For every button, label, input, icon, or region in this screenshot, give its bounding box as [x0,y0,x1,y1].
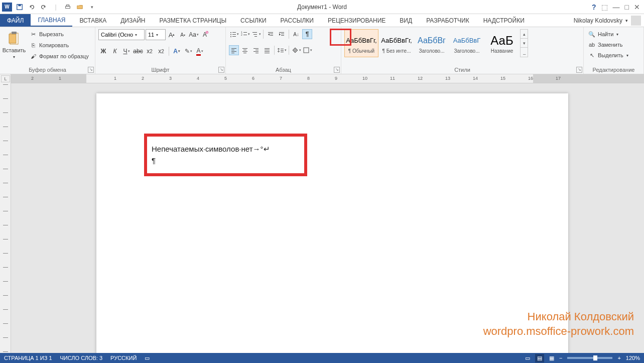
gallery-more-icon[interactable]: ⎯ [521,48,528,57]
zoom-in-icon[interactable]: + [617,355,620,361]
style-heading1[interactable]: АаБбВгЗаголово... [415,29,449,57]
tab-view[interactable]: ВИД [393,14,419,27]
view-web-icon[interactable]: ▦ [549,355,554,361]
help-icon[interactable]: ? [592,3,596,11]
sort-button[interactable]: A↓ [291,29,301,39]
macro-record-icon[interactable]: ▭ [145,355,150,361]
cursor-icon: ↖ [588,51,596,59]
justify-button[interactable] [262,45,272,55]
increase-indent-button[interactable] [277,29,287,39]
tab-developer[interactable]: РАЗРАБОТЧИК [419,14,476,27]
shrink-font-button[interactable]: A▾ [178,30,188,40]
svg-text:2: 2 [241,33,242,36]
svg-rect-23 [279,32,284,33]
find-button[interactable]: 🔍Найти ▾ [587,29,629,39]
quick-print-icon[interactable] [62,2,73,13]
vertical-ruler[interactable] [0,74,11,353]
font-dialog-launcher[interactable]: ↘ [218,67,224,73]
status-page[interactable]: СТРАНИЦА 1 ИЗ 1 [4,355,52,361]
redo-icon[interactable] [38,2,49,13]
svg-rect-2 [66,6,70,8]
cut-button[interactable]: ✂Вырезать [28,29,90,39]
grow-font-button[interactable]: A▴ [167,30,177,40]
bold-button[interactable]: Ж [98,46,108,56]
align-right-button[interactable] [251,45,261,55]
ruler-corner[interactable]: L [1,75,10,82]
zoom-value[interactable]: 120% [626,355,640,361]
group-clipboard: Вставить▾ ✂Вырезать ⎘Копировать 🖌Формат … [0,27,95,74]
tab-home[interactable]: ГЛАВНАЯ [31,14,72,27]
text-effects-button[interactable]: A [172,46,182,56]
font-name-combo[interactable]: Calibri (Осно▾ [98,29,145,40]
avatar[interactable] [631,16,641,26]
style-title[interactable]: АаБНазвание [485,29,519,57]
zoom-out-icon[interactable]: − [559,355,562,361]
change-case-button[interactable]: Aa [189,30,199,40]
tab-insert[interactable]: ВСТАВКА [72,14,113,27]
tab-review[interactable]: РЕЦЕНЗИРОВАНИЕ [321,14,393,27]
decrease-indent-button[interactable] [266,29,276,39]
user-area[interactable]: Nikolay Koldovsky ▾ [574,14,644,27]
gallery-up-icon[interactable]: ▴ [521,30,528,39]
bullets-button[interactable] [229,29,239,39]
tab-file[interactable]: ФАЙЛ [0,14,31,27]
superscript-button[interactable]: x2 [156,46,166,56]
maximize-icon[interactable]: □ [625,3,629,11]
status-language[interactable]: РУССКИЙ [110,355,137,361]
open-icon[interactable] [74,2,85,13]
svg-rect-14 [243,32,247,33]
minimize-icon[interactable]: — [613,3,620,11]
document-scroll[interactable]: Непечатаемых·символов·нет→°↵ ¶ Николай К… [11,83,644,353]
shading-button[interactable] [291,45,301,55]
page[interactable]: Непечатаемых·символов·нет→°↵ ¶ [96,93,568,353]
align-center-button[interactable] [240,45,250,55]
tab-addins[interactable]: НАДСТРОЙКИ [476,14,532,27]
strikethrough-button[interactable]: abc [133,46,143,56]
clipboard-dialog-launcher[interactable]: ↘ [88,67,94,73]
paragraph-dialog-launcher[interactable]: ↘ [334,67,340,73]
font-color-button[interactable]: A [195,46,205,56]
undo-icon[interactable] [26,2,37,13]
clear-formatting-button[interactable]: A⊘ [200,30,210,40]
qat-more-icon[interactable]: ▾ [86,2,97,13]
close-icon[interactable]: ✕ [634,3,640,11]
format-painter-button[interactable]: 🖌Формат по образцу [28,51,90,61]
view-print-icon[interactable]: ▤ [535,354,544,362]
show-paragraph-marks-button[interactable]: ¶ [302,29,312,39]
select-button[interactable]: ↖Выделить ▾ [587,50,629,60]
tab-mailings[interactable]: РАССЫЛКИ [274,14,321,27]
line-spacing-button[interactable] [277,45,287,55]
style-heading2[interactable]: АаБбВвГЗаголово... [450,29,484,57]
highlight-button[interactable]: ✎ [183,46,193,56]
view-read-icon[interactable]: ▭ [525,355,530,361]
zoom-slider[interactable] [567,357,612,359]
save-icon[interactable] [14,2,25,13]
subscript-button[interactable]: x2 [145,46,155,56]
gallery-down-icon[interactable]: ▾ [521,39,528,48]
style-no-spacing[interactable]: АаБбВвГг,¶ Без инте... [379,29,414,57]
ribbon-display-icon[interactable]: ⬚ [601,3,608,11]
styles-dialog-launcher[interactable]: ↘ [576,67,582,73]
align-left-button[interactable] [229,45,239,55]
status-words[interactable]: ЧИСЛО СЛОВ: 3 [60,355,103,361]
svg-rect-30 [242,48,247,49]
replace-button[interactable]: abЗаменить [587,40,629,50]
svg-rect-16 [243,35,247,35]
copy-button[interactable]: ⎘Копировать [28,40,90,50]
italic-button[interactable]: К [110,46,120,56]
horizontal-ruler[interactable]: 211234567891011121314151617 [11,74,644,83]
tab-design[interactable]: ДИЗАЙН [113,14,152,27]
svg-rect-33 [243,53,246,53]
numbering-button[interactable]: 12 [240,29,250,39]
multilevel-list-button[interactable] [251,29,261,39]
svg-rect-17 [252,32,257,33]
underline-button[interactable]: Ч [121,46,132,56]
tab-layout[interactable]: РАЗМЕТКА СТРАНИЦЫ [153,14,234,27]
paste-button[interactable]: Вставить▾ [3,29,25,60]
style-normal[interactable]: АаБбВвГг,¶ Обычный [344,29,378,57]
tab-references[interactable]: ССЫЛКИ [233,14,273,27]
ribbon-tabs: ФАЙЛ ГЛАВНАЯ ВСТАВКА ДИЗАЙН РАЗМЕТКА СТР… [0,14,644,27]
ribbon: Вставить▾ ✂Вырезать ⎘Копировать 🖌Формат … [0,27,644,74]
borders-button[interactable] [302,45,312,55]
font-size-combo[interactable]: 11▾ [146,29,166,40]
